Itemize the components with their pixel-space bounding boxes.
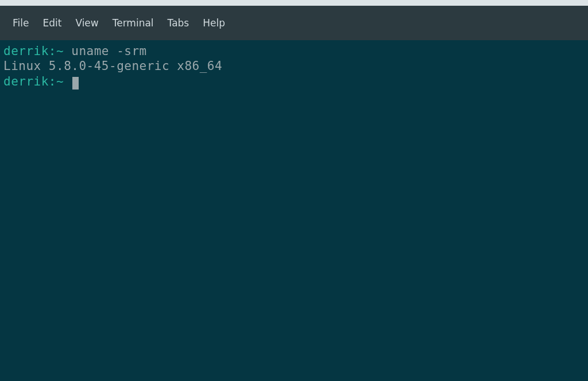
terminal-body[interactable]: derrik:~ uname -srm Linux 5.8.0-45-gener…	[0, 40, 588, 92]
output-text: Linux 5.8.0-45-generic x86_64	[3, 59, 222, 73]
cursor-icon	[72, 77, 79, 90]
menu-edit[interactable]: Edit	[36, 14, 68, 32]
prompt: derrik:~	[3, 44, 71, 58]
menu-terminal[interactable]: Terminal	[106, 14, 161, 32]
command-text: uname -srm	[71, 44, 146, 58]
window-titlebar	[0, 0, 588, 6]
menubar: File Edit View Terminal Tabs Help	[0, 6, 588, 40]
menu-file[interactable]: File	[6, 14, 36, 32]
terminal-line: Linux 5.8.0-45-generic x86_64	[3, 59, 585, 73]
menu-tabs[interactable]: Tabs	[161, 14, 196, 32]
menu-help[interactable]: Help	[196, 14, 232, 32]
prompt: derrik:~	[3, 75, 71, 88]
menu-view[interactable]: View	[68, 14, 105, 32]
terminal-line: derrik:~	[3, 74, 585, 89]
terminal-line: derrik:~ uname -srm	[3, 44, 585, 59]
